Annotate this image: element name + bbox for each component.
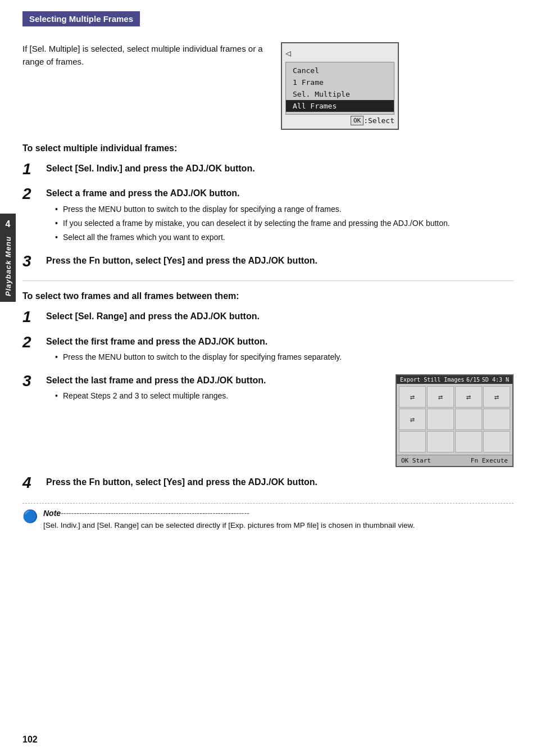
camera-grid-header-center: 6/15 — [466, 377, 480, 383]
s2-step2-bullets: Press the MENU button to switch to the d… — [55, 351, 514, 363]
camera-menu-item-all-frames: All Frames — [286, 100, 394, 112]
s2-step1-title: Select [Sel. Range] and press the ADJ./O… — [46, 310, 514, 323]
step2-content: Select a frame and press the ADJ./OK but… — [46, 187, 514, 245]
step2-bullet2: If you selected a frame by mistake, you … — [55, 218, 514, 229]
subsection2-step3-area: 3 Select the last frame and press the AD… — [22, 374, 514, 467]
note-section: 🔵 Note----------------------------------… — [22, 503, 514, 532]
camera-grid-body: ⇄ ⇄ ⇄ ⇄ ⇄ — [397, 384, 512, 455]
camera-menu-select-label: :Select — [364, 116, 394, 125]
grid-cell-5: ⇄ — [399, 409, 426, 430]
step1-content: Select [Sel. Indiv.] and press the ADJ./… — [46, 162, 514, 178]
side-tab: 4 Playback Menu — [0, 214, 16, 302]
camera-menu-item-cancel: Cancel — [286, 65, 394, 76]
camera-grid-start: OK Start — [401, 457, 431, 464]
grid-cell-10 — [427, 431, 454, 452]
s2-step3-title: Select the last frame and press the ADJ.… — [46, 374, 384, 387]
grid-cell-4: ⇄ — [483, 386, 510, 408]
grid-cell-2: ⇄ — [427, 386, 454, 408]
s2-step3-content: Select the last frame and press the ADJ.… — [46, 374, 384, 404]
s2-step3-bullet1: Repeat Steps 2 and 3 to select multiple … — [55, 390, 384, 402]
grid-cell-9 — [399, 431, 426, 452]
camera-menu-ui: ◁ Cancel 1 Frame Sel. Multiple All Frame… — [281, 42, 399, 130]
subsection1-step1: 1 Select [Sel. Indiv.] and press the ADJ… — [22, 162, 514, 178]
s2-step1-content: Select [Sel. Range] and press the ADJ./O… — [46, 310, 514, 326]
step1-number: 1 — [22, 161, 40, 177]
camera-menu-footer: OK :Select — [285, 116, 394, 125]
section-divider — [22, 280, 514, 281]
page-container: 4 Playback Menu Selecting Multiple Frame… — [0, 0, 536, 756]
grid-cell-3: ⇄ — [455, 386, 482, 408]
camera-grid-execute: Fn Execute — [471, 457, 508, 464]
subsection2-step4: 4 Press the Fn button, select [Yes] and … — [22, 476, 514, 492]
grid-cell-12 — [483, 431, 510, 452]
page-number: 102 — [22, 735, 38, 745]
subsection2-step2: 2 Select the first frame and press the A… — [22, 336, 514, 365]
grid-cell-11 — [455, 431, 482, 452]
step2-number: 2 — [22, 186, 40, 202]
s2-step4-content: Press the Fn button, select [Yes] and pr… — [46, 476, 514, 492]
subsection2-step3: 3 Select the last frame and press the AD… — [22, 374, 384, 404]
subsection2-step1: 1 Select [Sel. Range] and press the ADJ.… — [22, 310, 514, 326]
step1-title: Select [Sel. Indiv.] and press the ADJ./… — [46, 162, 514, 175]
s2-step4-number: 4 — [22, 475, 40, 491]
camera-grid-footer: OK Start Fn Execute — [397, 455, 512, 466]
s2-step1-number: 1 — [22, 309, 40, 325]
grid-cell-1: ⇄ — [399, 386, 426, 408]
camera-grid-header-right: SD 4:3 N — [482, 377, 509, 383]
note-icon: 🔵 — [22, 509, 38, 524]
step2-bullets: Press the MENU button to switch to the d… — [55, 203, 514, 243]
step2-bullet3: Select all the frames which you want to … — [55, 232, 514, 243]
camera-grid-header-left: Export Still Images — [400, 377, 464, 383]
camera-menu-list: Cancel 1 Frame Sel. Multiple All Frames — [285, 62, 394, 115]
grid-cell-7 — [455, 409, 482, 430]
subsection1-heading: To select multiple individual frames: — [22, 143, 514, 153]
intro-area: If [Sel. Multiple] is selected, select m… — [22, 42, 514, 130]
subsection1-step3: 3 Press the Fn button, select [Yes] and … — [22, 255, 514, 270]
s2-step2-title: Select the first frame and press the ADJ… — [46, 336, 514, 348]
camera-grid-header: Export Still Images 6/15 SD 4:3 N — [397, 375, 512, 384]
s2-step3-number: 3 — [22, 373, 40, 389]
camera-menu-arrow: ◁ — [285, 48, 394, 58]
s1-step3-content: Press the Fn button, select [Yes] and pr… — [46, 255, 514, 270]
grid-cell-8 — [483, 409, 510, 430]
s2-step4-title: Press the Fn button, select [Yes] and pr… — [46, 476, 514, 488]
s2-step2-number: 2 — [22, 334, 40, 350]
grid-cell-6 — [427, 409, 454, 430]
side-tab-text: Playback Menu — [4, 236, 12, 296]
main-content: If [Sel. Multiple] is selected, select m… — [22, 37, 514, 532]
section-header: Selecting Multiple Frames — [22, 11, 140, 26]
camera-grid-ui: Export Still Images 6/15 SD 4:3 N ⇄ ⇄ ⇄ … — [396, 374, 514, 467]
intro-text: If [Sel. Multiple] is selected, select m… — [22, 42, 264, 69]
note-dashes: ----------------------------------------… — [61, 509, 249, 518]
step2-title: Select a frame and press the ADJ./OK but… — [46, 187, 514, 200]
note-title: Note — [43, 509, 61, 518]
note-text: [Sel. Indiv.] and [Sel. Range] can be se… — [43, 520, 514, 532]
step2-bullet1: Press the MENU button to switch to the d… — [55, 203, 514, 215]
s2-step2-bullet1: Press the MENU button to switch to the d… — [55, 351, 514, 363]
note-content: Note------------------------------------… — [43, 508, 514, 532]
camera-menu-item-sel-multiple: Sel. Multiple — [286, 88, 394, 100]
s2-step2-content: Select the first frame and press the ADJ… — [46, 336, 514, 365]
s1-step3-number: 3 — [22, 253, 40, 269]
camera-menu-ok: OK — [351, 116, 364, 125]
camera-menu-item-1frame: 1 Frame — [286, 76, 394, 88]
side-tab-number: 4 — [6, 219, 11, 229]
subsection1-step2: 2 Select a frame and press the ADJ./OK b… — [22, 187, 514, 245]
s1-step3-title: Press the Fn button, select [Yes] and pr… — [46, 255, 514, 267]
s2-step3-bullets: Repeat Steps 2 and 3 to select multiple … — [55, 390, 384, 402]
subsection2-heading: To select two frames and all frames betw… — [22, 291, 514, 301]
